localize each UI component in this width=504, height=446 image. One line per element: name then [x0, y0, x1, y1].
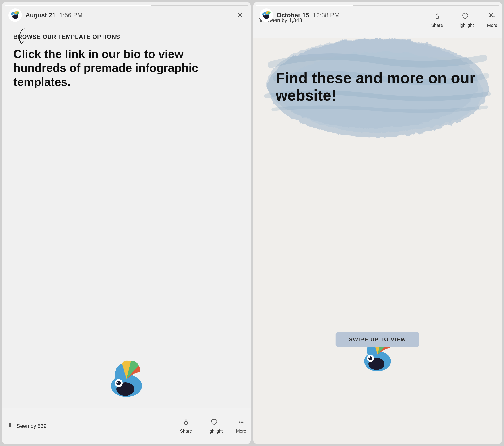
story-card-1: August 21 1:56 PM ✕ BROWSE OUR TEMPLATE … — [2, 2, 251, 444]
svg-point-10 — [116, 381, 121, 385]
story1-subheading: BROWSE OUR TEMPLATE OPTIONS — [13, 34, 239, 40]
story2-body: Find these and more on our website! — [276, 69, 486, 104]
svg-point-14 — [241, 422, 242, 423]
story1-share-label: Share — [180, 428, 192, 434]
story1-highlight-button[interactable]: Highlight — [205, 419, 223, 434]
svg-point-11 — [117, 382, 118, 383]
story2-header: October 15 12:38 PM ✕ — [253, 2, 502, 25]
more-icon-1 — [237, 419, 245, 427]
story1-highlight-label: Highlight — [205, 428, 223, 434]
svg-point-6 — [13, 15, 14, 16]
share-icon-1 — [182, 419, 190, 427]
svg-rect-12 — [185, 422, 187, 424]
chameleon-logo-small-2 — [260, 8, 273, 22]
svg-point-15 — [242, 422, 244, 423]
swipe-label: SWIPE UP TO VIEW — [336, 333, 419, 347]
svg-point-29 — [369, 357, 370, 358]
story1-seen: 👁 Seen by 539 — [7, 422, 51, 430]
story1-header: August 21 1:56 PM ✕ — [2, 2, 251, 25]
story1-share-button[interactable]: Share — [180, 419, 192, 434]
svg-point-21 — [264, 15, 265, 16]
story2-date: October 15 — [276, 12, 309, 19]
story-card-2: October 15 12:38 PM ✕ — [253, 2, 502, 444]
svg-point-13 — [239, 422, 240, 423]
avatar-1 — [8, 8, 22, 22]
story1-content: BROWSE OUR TEMPLATE OPTIONS Click the li… — [2, 2, 251, 408]
eye-icon-1: 👁 — [7, 422, 14, 430]
app-container: August 21 1:56 PM ✕ BROWSE OUR TEMPLATE … — [0, 0, 504, 446]
chameleon-logo-large-1 — [102, 357, 151, 401]
avatar-2 — [260, 8, 273, 22]
story1-logo-large — [102, 357, 151, 401]
story2-time: 12:38 PM — [313, 12, 340, 19]
story1-more-button[interactable]: More — [236, 419, 246, 434]
story1-date: August 21 — [25, 12, 55, 19]
story1-more-label: More — [236, 428, 246, 434]
story1-footer-actions: Share Highlight — [51, 419, 246, 434]
story1-header-info: August 21 1:56 PM — [25, 12, 235, 19]
heart-icon-1 — [211, 419, 218, 427]
story1-close-button[interactable]: ✕ — [235, 11, 244, 20]
story1-footer: 👁 Seen by 539 Share — [2, 408, 251, 444]
story1-seen-text: Seen by 539 — [17, 423, 47, 429]
story2-close-button[interactable]: ✕ — [486, 11, 496, 20]
story1-time: 1:56 PM — [59, 12, 83, 19]
story1-body: Click the link in our bio to view hundre… — [13, 47, 239, 89]
chameleon-logo-small-1 — [8, 8, 22, 22]
svg-point-28 — [368, 356, 372, 360]
story2-header-info: October 15 12:38 PM — [276, 12, 486, 19]
